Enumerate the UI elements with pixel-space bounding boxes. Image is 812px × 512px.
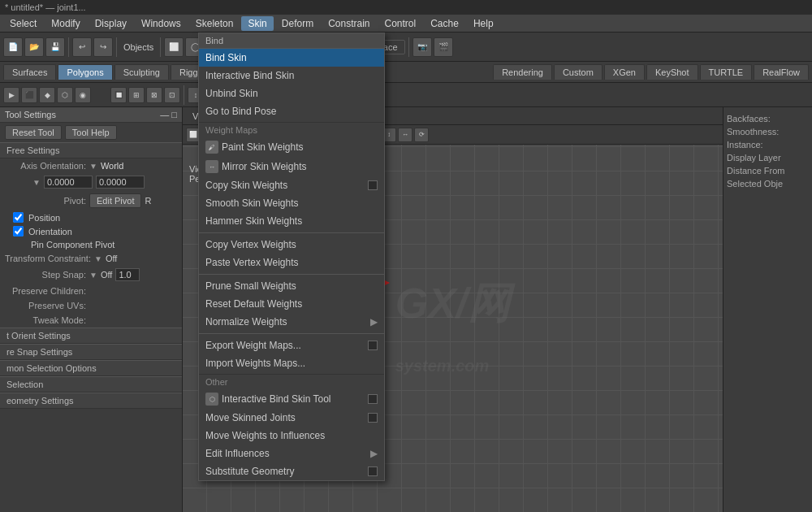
export-weight-item[interactable]: Export Weight Maps... <box>199 336 384 354</box>
tab-custom[interactable]: Custom <box>554 64 603 80</box>
menu-help[interactable]: Help <box>467 16 500 31</box>
normalize-weights-item[interactable]: Normalize Weights ▶ <box>199 313 384 331</box>
main-layout: Tool Settings — □ Reset Tool Tool Help F… <box>0 107 812 512</box>
menu-display[interactable]: Display <box>89 16 133 31</box>
cam-btn[interactable]: 📷 <box>412 37 432 57</box>
undo-btn[interactable]: ↩ <box>72 37 92 57</box>
objects-label: Objects <box>120 42 157 52</box>
paint-skin-icon: 🖌 <box>205 141 218 154</box>
val-input-1[interactable] <box>44 176 93 189</box>
paint-skin-item[interactable]: 🖌 Paint Skin Weights <box>199 137 384 157</box>
move-skinned-joints-label: Move Skinned Joints <box>205 412 296 423</box>
tb2-btn4[interactable]: ⬡ <box>57 87 73 103</box>
interactive-bind-item[interactable]: Interactive Bind Skin <box>199 67 384 85</box>
tab-turtle[interactable]: TURTLE <box>700 64 753 80</box>
menu-cache[interactable]: Cache <box>424 16 465 31</box>
render-btn[interactable]: 🎬 <box>434 37 453 57</box>
select-btn[interactable]: ⬜ <box>164 37 184 57</box>
prune-small-item[interactable]: Prune Small Weights <box>199 277 384 295</box>
reset-tool-btn[interactable]: Reset Tool <box>5 125 62 140</box>
tb2-btn3[interactable]: ◆ <box>39 87 55 103</box>
tb2-btn2[interactable]: ⬛ <box>21 87 37 103</box>
tab-rendering[interactable]: Rendering <box>493 64 552 80</box>
free-settings-header[interactable]: Free Settings <box>0 142 182 158</box>
tool-settings-header: Tool Settings — □ <box>0 107 182 123</box>
tb2-btn5[interactable]: ◉ <box>75 87 91 103</box>
goto-bind-item[interactable]: Go to Bind Pose <box>199 102 384 120</box>
paste-vertex-item[interactable]: Paste Vertex Weights <box>199 254 384 271</box>
move-weights-item[interactable]: Move Weights to Influences <box>199 427 384 445</box>
selection-header[interactable]: Selection <box>0 376 182 393</box>
sep-vertex <box>199 232 384 233</box>
geometry-header[interactable]: eometry Settings <box>0 393 182 409</box>
reset-default-item[interactable]: Reset Default Weights <box>199 295 384 313</box>
axis-dropdown-arrow[interactable]: ▼ <box>89 162 97 171</box>
smooth-skin-item[interactable]: Smooth Skin Weights <box>199 194 384 212</box>
redo-btn[interactable]: ↪ <box>93 37 113 57</box>
edit-influences-arrow: ▶ <box>370 448 378 459</box>
bind-skin-label: Bind Skin <box>205 52 247 63</box>
sep-3 <box>160 37 161 57</box>
unbind-skin-item[interactable]: Unbind Skin <box>199 85 384 102</box>
tweak-mode-label: Tweak Mode: <box>5 315 86 325</box>
mirror-skin-item[interactable]: ↔ Mirror Skin Weights <box>199 157 384 176</box>
menu-deform[interactable]: Deform <box>275 16 320 31</box>
toolbar-row-2: ▶ ⬛ ◆ ⬡ ◉ 🔲 ⊞ ⊠ ⊡ ↕ ↔ ⟳ ⤡ ⊕ ⊘ <box>0 83 812 107</box>
tab-polygons[interactable]: Polygons <box>58 64 112 80</box>
tb2-btn9[interactable]: ⊡ <box>164 87 180 103</box>
menu-skin[interactable]: Skin <box>241 16 273 31</box>
save-btn[interactable]: 💾 <box>45 37 65 57</box>
menu-skeleton[interactable]: Skeleton <box>189 16 240 31</box>
pivot-label: Pivot: <box>5 196 86 206</box>
position-checkbox[interactable] <box>13 212 24 223</box>
val-dropdown-arrow[interactable]: ▼ <box>32 178 41 187</box>
tab-xgen[interactable]: XGen <box>604 64 645 80</box>
tb2-btn6[interactable]: 🔲 <box>110 87 127 103</box>
menu-windows[interactable]: Windows <box>135 16 188 31</box>
val-input-2[interactable] <box>96 176 145 189</box>
orientation-checkbox[interactable] <box>13 226 24 236</box>
copy-skin-item[interactable]: Copy Skin Weights <box>199 176 384 194</box>
tool-settings-label: Tool Settings <box>5 110 56 119</box>
edit-pivot-btn[interactable]: Edit Pivot <box>89 193 141 208</box>
tab-realflow[interactable]: RealFlow <box>754 64 809 80</box>
tab-keyshot[interactable]: KeyShot <box>646 64 698 80</box>
substitute-geometry-item[interactable]: Substitute Geometry <box>199 462 384 480</box>
vp-tb-btn13[interactable]: ↔ <box>398 128 412 142</box>
move-skinned-joints-item[interactable]: Move Skinned Joints <box>199 409 384 427</box>
axis-label: Axis Orientation: <box>5 161 86 171</box>
transform-constraint-row: Transform Constraint: ▼ Off <box>0 251 182 266</box>
step-snap-num[interactable] <box>115 268 140 281</box>
interactive-bind-tool-item[interactable]: ⬡ Interactive Bind Skin Tool <box>199 389 384 409</box>
tab-surfaces[interactable]: Surfaces <box>3 64 56 80</box>
copy-vertex-item[interactable]: Copy Vertex Weights <box>199 236 384 254</box>
menu-constrain[interactable]: Constrain <box>322 16 376 31</box>
step-snap-arrow[interactable]: ▼ <box>89 271 97 280</box>
menu-control[interactable]: Control <box>378 16 423 31</box>
normalize-weights-label: Normalize Weights <box>205 316 287 328</box>
common-selection-header[interactable]: mon Selection Options <box>0 360 182 376</box>
joint-orient-header[interactable]: t Orient Settings <box>0 328 182 344</box>
transform-arrow[interactable]: ▼ <box>94 254 102 263</box>
open-btn[interactable]: 📂 <box>24 37 44 57</box>
menu-select[interactable]: Select <box>3 16 43 31</box>
new-file-btn[interactable]: 📄 <box>3 37 23 57</box>
edit-influences-item[interactable]: Edit Influences ▶ <box>199 445 384 462</box>
tb2-btn7[interactable]: ⊞ <box>128 87 145 103</box>
pin-component-row: Pin Component Pivot <box>0 238 182 251</box>
hammer-skin-item[interactable]: Hammer Skin Weights <box>199 212 384 230</box>
position-checkbox-row: Position <box>0 210 182 224</box>
tab-sculpting[interactable]: Sculpting <box>114 64 169 80</box>
tb2-btn1[interactable]: ▶ <box>3 87 19 103</box>
menu-modify[interactable]: Modify <box>45 16 86 31</box>
step-snap-row: Step Snap: ▼ Off <box>0 266 182 284</box>
tool-help-btn[interactable]: Tool Help <box>65 125 117 140</box>
import-weight-item[interactable]: Import Weights Maps... <box>199 354 384 372</box>
tb2-btn8[interactable]: ⊠ <box>146 87 162 103</box>
right-panel: Backfaces: Smoothness: Instance: Display… <box>723 107 812 512</box>
import-weight-label: Import Weights Maps... <box>205 358 305 369</box>
substitute-check <box>368 466 378 476</box>
vp-tb-btn14[interactable]: ⟳ <box>414 128 429 142</box>
free-snap-header[interactable]: re Snap Settings <box>0 344 182 360</box>
bind-skin-item[interactable]: Bind Skin <box>199 49 384 67</box>
